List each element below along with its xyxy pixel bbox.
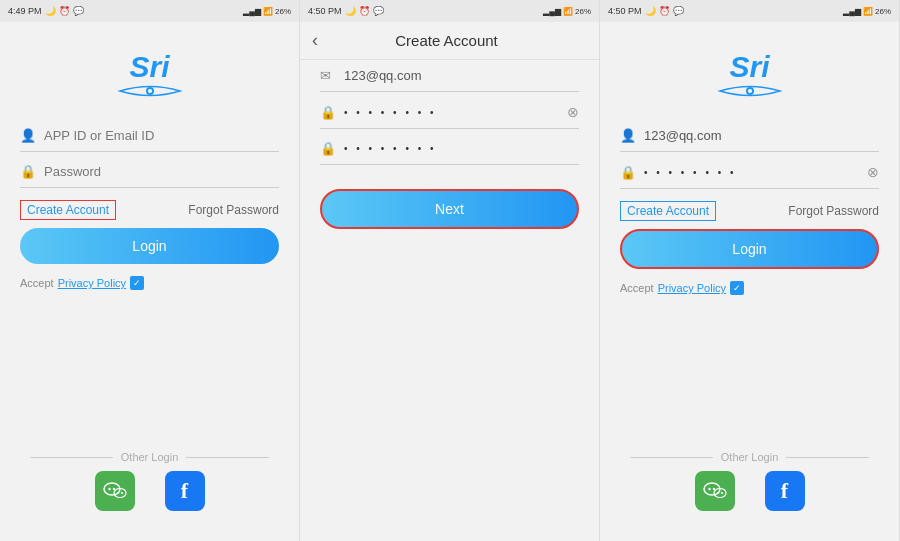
other-login-3: Other Login f bbox=[600, 451, 899, 511]
password-input-row-1: 🔒 bbox=[20, 156, 279, 188]
time-3: 4:50 PM bbox=[608, 6, 642, 16]
login-button-1[interactable]: Login bbox=[20, 228, 279, 264]
nav-title-2: Create Account bbox=[326, 32, 567, 49]
email-icon-2: ✉ bbox=[320, 68, 336, 83]
moon-icon-3: 🌙 bbox=[645, 6, 656, 16]
moon-icon-2: 🌙 bbox=[345, 6, 356, 16]
login-button-3[interactable]: Login bbox=[620, 229, 879, 269]
facebook-button-1[interactable]: f bbox=[165, 471, 205, 511]
privacy-link-1[interactable]: Privacy Policy bbox=[58, 277, 126, 289]
moon-icon: 🌙 bbox=[45, 6, 56, 16]
status-right-2: ▂▄▆ 📶 26% bbox=[543, 7, 591, 16]
privacy-link-3[interactable]: Privacy Policy bbox=[658, 282, 726, 294]
signal-icon-3: ▂▄▆ bbox=[843, 7, 861, 16]
wifi-icon-3: 📶 bbox=[863, 7, 873, 16]
app-content-2: ✉ 123@qq.com 🔒 • • • • • • • • ⊗ 🔒 • • •… bbox=[300, 60, 599, 541]
lock-icon-3: 🔒 bbox=[620, 165, 636, 180]
wechat-button-3[interactable] bbox=[695, 471, 735, 511]
status-bar-1: 4:49 PM 🌙 ⏰ 💬 ▂▄▆ 📶 26% bbox=[0, 0, 299, 22]
wechat-icon-1 bbox=[102, 478, 128, 504]
accept-row-3: Accept Privacy Policy ✓ bbox=[620, 281, 879, 295]
clear-icon-3[interactable]: ⊗ bbox=[867, 164, 879, 180]
forgot-password-link-1[interactable]: Forgot Password bbox=[188, 203, 279, 217]
email-value-3: 123@qq.com bbox=[644, 128, 879, 143]
logo-area-1: Sri bbox=[0, 22, 299, 120]
password2-value-2: • • • • • • • • bbox=[344, 143, 579, 154]
password-input-1[interactable] bbox=[44, 164, 279, 179]
battery-1: 26% bbox=[275, 7, 291, 16]
clear-icon-2a[interactable]: ⊗ bbox=[567, 104, 579, 120]
logo-text-3: Sri bbox=[729, 52, 769, 82]
wifi-icon: 📶 bbox=[263, 7, 273, 16]
status-bar-3: 4:50 PM 🌙 ⏰ 💬 ▂▄▆ 📶 26% bbox=[600, 0, 899, 22]
nav-bar-2: ‹ Create Account bbox=[300, 22, 599, 60]
battery-2: 26% bbox=[575, 7, 591, 16]
status-right-1: ▂▄▆ 📶 26% bbox=[243, 7, 291, 16]
panel-create: 4:50 PM 🌙 ⏰ 💬 ▂▄▆ 📶 26% ‹ Create Account… bbox=[300, 0, 600, 541]
forgot-password-link-3[interactable]: Forgot Password bbox=[788, 204, 879, 218]
app-content-1: Sri 👤 🔒 Create Account Forgot Password bbox=[0, 22, 299, 541]
password-value-3: • • • • • • • • bbox=[644, 167, 867, 178]
status-left-1: 4:49 PM 🌙 ⏰ 💬 bbox=[8, 6, 84, 16]
password1-input-row-2: 🔒 • • • • • • • • ⊗ bbox=[320, 96, 579, 129]
facebook-button-3[interactable]: f bbox=[765, 471, 805, 511]
accept-label-1: Accept bbox=[20, 277, 54, 289]
accept-row-1: Accept Privacy Policy ✓ bbox=[20, 276, 279, 290]
lock-icon-1: 🔒 bbox=[20, 164, 36, 179]
links-row-1: Create Account Forgot Password bbox=[20, 200, 279, 220]
time-2: 4:50 PM bbox=[308, 6, 342, 16]
alarm-icon-3: ⏰ bbox=[659, 6, 670, 16]
email-input-1[interactable] bbox=[44, 128, 279, 143]
svg-point-9 bbox=[748, 89, 752, 93]
svg-point-11 bbox=[708, 488, 710, 490]
social-icons-1: f bbox=[95, 471, 205, 511]
alarm-icon-2: ⏰ bbox=[359, 6, 370, 16]
other-login-1: Other Login f bbox=[0, 451, 299, 511]
wifi-icon-2: 📶 bbox=[563, 7, 573, 16]
status-right-3: ▂▄▆ 📶 26% bbox=[843, 7, 891, 16]
form-area-2: ✉ 123@qq.com 🔒 • • • • • • • • ⊗ 🔒 • • •… bbox=[300, 60, 599, 541]
password1-value-2: • • • • • • • • bbox=[344, 107, 567, 118]
accept-checkbox-3[interactable]: ✓ bbox=[730, 281, 744, 295]
lock-icon-2b: 🔒 bbox=[320, 141, 336, 156]
logo-eye-svg-3 bbox=[715, 82, 785, 100]
svg-point-15 bbox=[721, 492, 723, 494]
signal-icon-2: ▂▄▆ bbox=[543, 7, 561, 16]
logo-text-1: Sri bbox=[129, 52, 169, 82]
lock-icon-2a: 🔒 bbox=[320, 105, 336, 120]
app-content-3: Sri 👤 123@qq.com 🔒 • • • • • • • • ⊗ Cre… bbox=[600, 22, 899, 541]
user-icon-3: 👤 bbox=[620, 128, 636, 143]
sri-logo-3: Sri bbox=[715, 52, 785, 100]
chat-icon-2: 💬 bbox=[373, 6, 384, 16]
next-button-2[interactable]: Next bbox=[320, 189, 579, 229]
status-bar-2: 4:50 PM 🌙 ⏰ 💬 ▂▄▆ 📶 26% bbox=[300, 0, 599, 22]
panel-login2: 4:50 PM 🌙 ⏰ 💬 ▂▄▆ 📶 26% Sri 👤 bbox=[600, 0, 900, 541]
facebook-f-3: f bbox=[781, 478, 788, 504]
email-input-row-1: 👤 bbox=[20, 120, 279, 152]
other-login-label-3: Other Login bbox=[630, 451, 869, 463]
time-1: 4:49 PM bbox=[8, 6, 42, 16]
password2-input-row-2: 🔒 • • • • • • • • bbox=[320, 133, 579, 165]
wechat-button-1[interactable] bbox=[95, 471, 135, 511]
chat-icon: 💬 bbox=[73, 6, 84, 16]
alarm-icon: ⏰ bbox=[59, 6, 70, 16]
battery-3: 26% bbox=[875, 7, 891, 16]
signal-icon: ▂▄▆ bbox=[243, 7, 261, 16]
status-left-2: 4:50 PM 🌙 ⏰ 💬 bbox=[308, 6, 384, 16]
other-login-label-1: Other Login bbox=[30, 451, 269, 463]
links-row-3: Create Account Forgot Password bbox=[620, 201, 879, 221]
chat-icon-3: 💬 bbox=[673, 6, 684, 16]
svg-point-1 bbox=[148, 89, 152, 93]
user-icon-1: 👤 bbox=[20, 128, 36, 143]
svg-point-6 bbox=[117, 492, 119, 494]
wechat-icon-3 bbox=[702, 478, 728, 504]
accept-checkbox-1[interactable]: ✓ bbox=[130, 276, 144, 290]
email-input-row-2: ✉ 123@qq.com bbox=[320, 60, 579, 92]
back-button-2[interactable]: ‹ bbox=[312, 30, 318, 51]
create-account-link-3[interactable]: Create Account bbox=[620, 201, 716, 221]
email-input-row-3: 👤 123@qq.com bbox=[620, 120, 879, 152]
create-account-link-1[interactable]: Create Account bbox=[20, 200, 116, 220]
logo-eye-svg-1 bbox=[115, 82, 185, 100]
svg-point-7 bbox=[121, 492, 123, 494]
logo-area-3: Sri bbox=[600, 22, 899, 120]
